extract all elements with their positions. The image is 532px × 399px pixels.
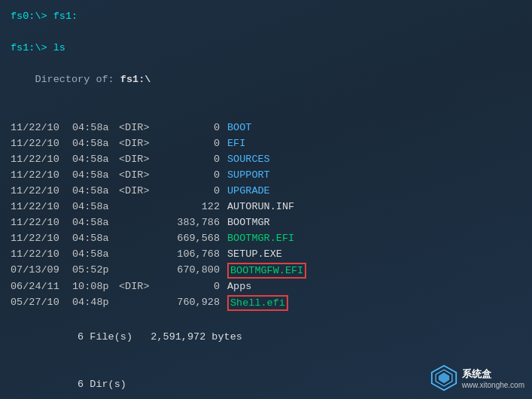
table-row: 05/27/10 04:48p 760,928 Shell.efi <box>11 295 521 312</box>
table-row: 11/22/10 04:58a <DIR> 0 EFI <box>11 136 521 152</box>
terminal-window: fs0:\> fs1: fs1:\> ls Directory of: fs1:… <box>0 0 532 399</box>
watermark-site: 系统盒 <box>462 367 524 381</box>
line-blank1 <box>11 25 521 41</box>
watermark-url: www.xitonghe.com <box>462 381 524 389</box>
line-blank2 <box>11 104 521 120</box>
table-row: 07/13/09 05:52p 670,800 BOOTMGFW.EFI <box>11 263 521 279</box>
table-row: 11/22/10 04:58a 106,768 SETUP.EXE <box>11 247 521 263</box>
apps-entry: Apps <box>227 279 521 295</box>
table-row: 11/22/10 04:58a <DIR> 0 SOURCES <box>11 152 521 168</box>
summary-files: 6 File(s) 2,591,972 bytes <box>11 315 521 362</box>
table-row: 11/22/10 04:58a 383,786 BOOTMGR <box>11 215 521 231</box>
table-row: 11/22/10 04:58a 669,568 BOOTMGR.EFI <box>11 231 521 247</box>
table-row: 11/22/10 04:58a 122 AUTORUN.INF <box>11 200 521 215</box>
watermark-text: 系统盒 www.xitonghe.com <box>462 367 524 389</box>
table-row: 06/24/11 10:08p <DIR> 0 Apps <box>11 279 521 295</box>
line-cmd1: fs0:\> fs1: <box>11 9 521 25</box>
bootmgfw-highlighted: BOOTMGFW.EFI <box>227 263 306 279</box>
watermark: 系统盒 www.xitonghe.com <box>430 364 524 391</box>
shell-efi-highlighted: Shell.efi <box>227 295 288 312</box>
directory-listing: 11/22/10 04:58a <DIR> 0 BOOT 11/22/10 04… <box>11 120 521 311</box>
table-row: 11/22/10 04:58a <DIR> 0 UPGRADE <box>11 184 521 200</box>
table-row: 11/22/10 04:58a <DIR> 0 SUPPORT <box>11 168 521 184</box>
line-dir-of: Directory of: fs1:\ <box>11 56 521 104</box>
watermark-logo-icon <box>430 364 458 391</box>
table-row: 11/22/10 04:58a <DIR> 0 BOOT <box>11 120 521 136</box>
line-cmd2: fs1:\> ls <box>11 41 521 56</box>
